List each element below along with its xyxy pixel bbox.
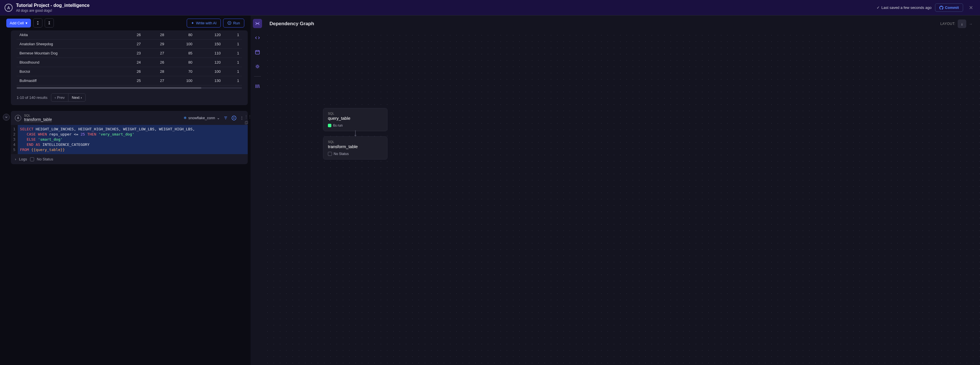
- table-row[interactable]: Akita2628801201: [17, 30, 242, 40]
- status-checkbox: [30, 157, 34, 161]
- run-button[interactable]: Run: [223, 19, 244, 27]
- save-status: ✓ Last saved a few seconds ago: [877, 5, 932, 10]
- prev-button[interactable]: ‹ Prev: [51, 93, 68, 102]
- table-cell: 80: [167, 58, 195, 67]
- scrollbar-thumb[interactable]: [17, 87, 201, 89]
- next-button[interactable]: Next ›: [68, 93, 86, 102]
- check-icon: ✓: [877, 5, 880, 10]
- table-cell: 27: [144, 76, 167, 85]
- table-cell: 25: [120, 76, 144, 85]
- rail-graph-button[interactable]: [253, 19, 262, 28]
- app-header: A Tutorial Project - dog_intelligence Al…: [0, 0, 980, 16]
- table-cell: Anatolian Sheepdog: [17, 40, 120, 49]
- table-cell: 80: [167, 30, 195, 40]
- chevron-left-icon: ‹: [55, 96, 56, 100]
- horizontal-scrollbar[interactable]: [17, 87, 242, 89]
- dependency-title: Dependency Graph: [269, 21, 940, 27]
- node-status-text: 6s run: [333, 123, 342, 128]
- table-cell: 24: [120, 58, 144, 67]
- table-cell: 100: [167, 40, 195, 49]
- chevron-down-icon: ▾: [25, 21, 27, 25]
- pagination: 1-10 of 140 results ‹ Prev Next ›: [17, 91, 242, 102]
- connection-selector[interactable]: ❄ snowflake_conn ⌄: [184, 116, 220, 120]
- table-row[interactable]: Bullmastiff25271001301: [17, 76, 242, 85]
- table-cell: 29: [144, 40, 167, 49]
- code-editor[interactable]: 12345 SELECT HEIGHT_LOW_INCHES, HEIGHT_H…: [11, 125, 248, 154]
- table-cell: 1: [224, 67, 242, 76]
- code-lines[interactable]: SELECT HEIGHT_LOW_INCHES, HEIGHT_HIGH_IN…: [18, 125, 248, 154]
- table-cell: 85: [167, 49, 195, 58]
- filter-button[interactable]: [223, 116, 228, 120]
- table-row[interactable]: Anatolian Sheepdog27291001501: [17, 40, 242, 49]
- close-icon[interactable]: ✕: [967, 3, 975, 12]
- rail-schedule-button[interactable]: [253, 48, 262, 57]
- play-circle-icon: [231, 115, 237, 121]
- drag-handle[interactable]: ⋮⋮: [244, 114, 248, 119]
- cell-menu-button[interactable]: ⋮: [240, 116, 244, 120]
- graph-canvas[interactable]: SQL query_table 6s run SQL transform_tab…: [264, 32, 980, 365]
- cell-kind: SQL: [24, 114, 181, 117]
- chevron-right-icon: ›: [81, 96, 82, 100]
- collapse-vertical-button[interactable]: [33, 18, 42, 27]
- table-cell: 26: [144, 58, 167, 67]
- run-cell-button[interactable]: [231, 115, 237, 121]
- graph-node-query-table[interactable]: SQL query_table 6s run: [323, 108, 388, 131]
- chevron-down-icon: ⌄: [217, 116, 220, 120]
- results-table: Akita2628801201Anatolian Sheepdog2729100…: [17, 30, 242, 85]
- run-label: Run: [233, 21, 240, 25]
- line-numbers: 12345: [11, 125, 18, 154]
- arrow-right-icon: →: [969, 22, 972, 26]
- table-cell: 1: [224, 76, 242, 85]
- github-icon: [939, 6, 943, 10]
- table-cell: 26: [120, 67, 144, 76]
- status-indicator-success: [328, 124, 331, 127]
- table-cell: 27: [144, 49, 167, 58]
- table-cell: 1: [224, 40, 242, 49]
- table-cell: Bloodhound: [17, 58, 120, 67]
- add-cell-label: Add Cell: [10, 21, 24, 25]
- table-row[interactable]: Borzoi2628701001: [17, 67, 242, 76]
- logs-toggle[interactable]: ›: [15, 157, 16, 161]
- table-cell: 70: [167, 67, 195, 76]
- rail-code-button[interactable]: [253, 33, 262, 42]
- write-ai-label: Write with AI: [196, 21, 216, 25]
- node-status-text: No Status: [334, 152, 349, 156]
- table-cell: 130: [195, 76, 224, 85]
- table-row[interactable]: Bernese Mountain Dog2327851101: [17, 49, 242, 58]
- filter-icon: [223, 116, 228, 120]
- connection-name: snowflake_conn: [188, 116, 215, 120]
- table-cell: Akita: [17, 30, 120, 40]
- logs-label[interactable]: Logs: [19, 157, 27, 161]
- commit-button[interactable]: Commit: [935, 3, 963, 12]
- graph-edge: [355, 130, 356, 135]
- rail-library-button[interactable]: [253, 82, 262, 91]
- side-rail: [251, 16, 264, 365]
- cell-name[interactable]: transform_table: [24, 117, 52, 122]
- add-cell-button[interactable]: Add Cell ▾: [6, 19, 31, 27]
- svg-rect-4: [255, 50, 259, 54]
- copy-icon: [244, 121, 248, 125]
- status-text: No Status: [37, 157, 53, 161]
- page-info: 1-10 of 140 results: [17, 96, 48, 100]
- layout-horizontal-button[interactable]: →: [966, 19, 975, 28]
- sql-cell: A SQL transform_table ❄ snowflake_conn ⌄: [11, 111, 248, 164]
- cell-footer: › Logs No Status: [11, 154, 248, 164]
- cell-collapse-toggle[interactable]: [3, 114, 10, 121]
- cell-logo: A: [15, 115, 21, 121]
- svg-point-5: [256, 65, 258, 67]
- table-cell: Borzoi: [17, 67, 120, 76]
- expand-vertical-button[interactable]: [45, 18, 54, 27]
- gear-icon: [255, 64, 260, 69]
- write-with-ai-button[interactable]: ✦ Write with AI: [187, 19, 221, 27]
- copy-cell-button[interactable]: [244, 121, 248, 125]
- project-subtitle: All dogs are good dogs!: [16, 9, 877, 13]
- arrow-down-icon: ↓: [961, 22, 963, 26]
- node-name: transform_table: [328, 144, 383, 149]
- layout-vertical-button[interactable]: ↓: [958, 19, 966, 28]
- table-row[interactable]: Bloodhound2426801201: [17, 58, 242, 67]
- table-cell: 27: [120, 40, 144, 49]
- node-kind: SQL: [328, 112, 383, 115]
- sparkle-icon: ✦: [191, 21, 194, 25]
- rail-settings-button[interactable]: [253, 62, 262, 71]
- graph-node-transform-table[interactable]: SQL transform_table No Status: [323, 136, 388, 159]
